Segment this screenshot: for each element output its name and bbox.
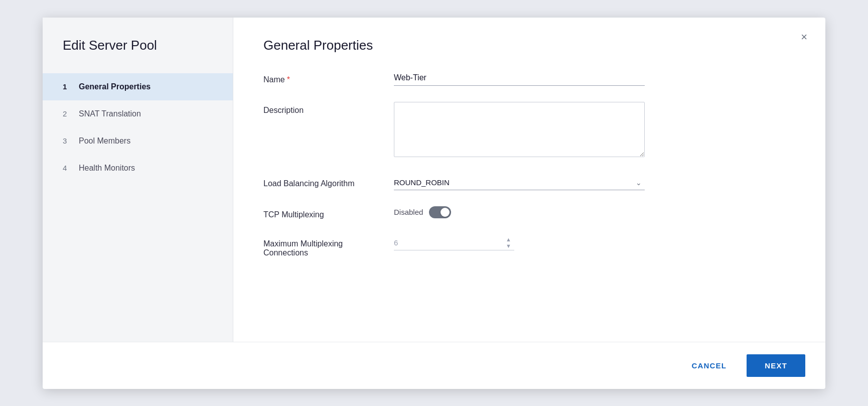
close-button[interactable]: × xyxy=(801,32,807,43)
spinner-wrapper: ▲ ▼ xyxy=(394,235,514,250)
step-number-1: 1 xyxy=(63,82,72,91)
description-control xyxy=(394,102,645,159)
tcp-multiplexing-row: TCP Multiplexing Disabled xyxy=(263,206,795,219)
description-row: Description xyxy=(263,102,795,159)
sidebar-step-2[interactable]: 2 SNAT Translation xyxy=(43,100,233,127)
sidebar-title: Edit Server Pool xyxy=(43,38,233,73)
step-label-3: Pool Members xyxy=(79,137,130,146)
spinner-up-button[interactable]: ▲ xyxy=(505,236,512,243)
step-number-4: 4 xyxy=(63,164,72,172)
edit-server-pool-dialog: Edit Server Pool 1 General Properties 2 … xyxy=(43,18,825,389)
name-input[interactable] xyxy=(394,71,645,86)
sidebar-step-4[interactable]: 4 Health Monitors xyxy=(43,155,233,182)
name-control xyxy=(394,71,645,86)
tcp-multiplexing-toggle[interactable] xyxy=(429,206,451,218)
step-label-2: SNAT Translation xyxy=(79,109,141,118)
max-multiplexing-row: Maximum Multiplexing Connections ▲ ▼ xyxy=(263,235,795,257)
next-button[interactable]: NEXT xyxy=(747,354,805,377)
required-star: * xyxy=(287,75,290,84)
load-balancing-label: Load Balancing Algorithm xyxy=(263,175,394,188)
toggle-thumb xyxy=(441,208,450,217)
toggle-row: Disabled xyxy=(394,206,645,218)
tcp-multiplexing-label: TCP Multiplexing xyxy=(263,206,394,219)
section-title: General Properties xyxy=(263,38,795,53)
sidebar-step-1[interactable]: 1 General Properties xyxy=(43,73,233,100)
spinner-buttons: ▲ ▼ xyxy=(505,235,512,250)
step-label-4: Health Monitors xyxy=(79,164,135,173)
step-number-2: 2 xyxy=(63,109,72,118)
step-number-3: 3 xyxy=(63,137,72,145)
load-balancing-select-wrapper: ROUND_ROBIN LEAST_CONNECTIONS IP_HASH WE… xyxy=(394,175,645,190)
sidebar: Edit Server Pool 1 General Properties 2 … xyxy=(43,18,233,342)
tcp-multiplexing-control: Disabled xyxy=(394,206,645,218)
sidebar-steps: 1 General Properties 2 SNAT Translation … xyxy=(43,73,233,182)
sidebar-step-3[interactable]: 3 Pool Members xyxy=(43,127,233,155)
toggle-track xyxy=(429,206,451,218)
dialog-footer: CANCEL NEXT xyxy=(43,342,825,389)
description-label: Description xyxy=(263,102,394,115)
form-area: Name* Description Load Balancing Algorit… xyxy=(263,71,795,322)
dialog-body: Edit Server Pool 1 General Properties 2 … xyxy=(43,18,825,342)
load-balancing-row: Load Balancing Algorithm ROUND_ROBIN LEA… xyxy=(263,175,795,190)
description-textarea[interactable] xyxy=(394,102,645,157)
name-row: Name* xyxy=(263,71,795,86)
max-multiplexing-input[interactable] xyxy=(394,235,514,250)
tcp-multiplexing-status: Disabled xyxy=(394,208,423,216)
load-balancing-control: ROUND_ROBIN LEAST_CONNECTIONS IP_HASH WE… xyxy=(394,175,645,190)
name-label: Name* xyxy=(263,71,394,84)
max-multiplexing-label: Maximum Multiplexing Connections xyxy=(263,235,394,257)
main-content: × General Properties Name* Description xyxy=(233,18,825,342)
max-multiplexing-control: ▲ ▼ xyxy=(394,235,645,250)
step-label-1: General Properties xyxy=(79,82,151,91)
cancel-button[interactable]: CANCEL xyxy=(679,355,739,376)
load-balancing-select[interactable]: ROUND_ROBIN LEAST_CONNECTIONS IP_HASH WE… xyxy=(394,175,645,190)
spinner-down-button[interactable]: ▼ xyxy=(505,243,512,249)
